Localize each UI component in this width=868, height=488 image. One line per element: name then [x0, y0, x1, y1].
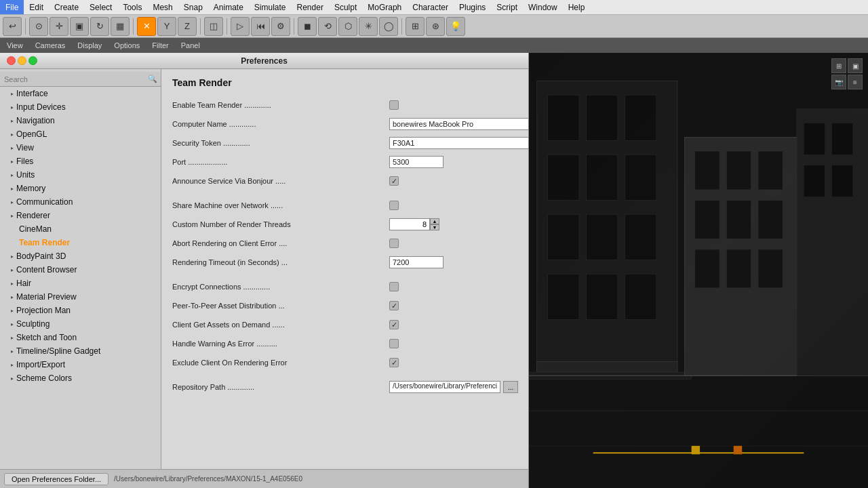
menu-item-window[interactable]: Window	[523, 0, 563, 14]
menu-item-mograph[interactable]: MoGraph	[362, 0, 407, 14]
menu-item-sculpt[interactable]: Sculpt	[329, 0, 362, 14]
checkbox-client-get-assets-on-demand[interactable]	[389, 320, 399, 329]
svg-rect-6	[586, 155, 618, 200]
spinner-down[interactable]: ▼	[430, 224, 439, 230]
menu-item-help[interactable]: Help	[563, 0, 591, 14]
sidebar-item-timeline/spline-gadget[interactable]: ▸Timeline/Spline Gadget	[0, 344, 161, 358]
checkbox-announce-service-via-bonjour[interactable]	[389, 176, 399, 186]
grid-btn[interactable]: ⊞	[406, 17, 425, 36]
object-btn[interactable]: ▣	[70, 17, 89, 36]
maximize-button[interactable]	[28, 56, 37, 65]
menu-item-mesh[interactable]: Mesh	[147, 0, 178, 14]
sidebar-item-projection-man[interactable]: ▸Projection Man	[0, 304, 161, 317]
checkbox-enable-team-render[interactable]	[389, 100, 399, 110]
spinner-input[interactable]	[389, 218, 430, 230]
svg-rect-3	[586, 95, 618, 140]
display-menu[interactable]: Display	[75, 41, 104, 49]
menu-item-animate[interactable]: Animate	[208, 0, 249, 14]
sidebar-item-memory[interactable]: ▸Memory	[0, 182, 161, 195]
loop-btn[interactable]: ⟲	[318, 17, 337, 36]
sidebar-item-content-browser[interactable]: ▸Content Browser	[0, 263, 161, 277]
cameras-menu[interactable]: Cameras	[33, 41, 68, 49]
sidebar-item-team-render[interactable]: Team Render	[0, 236, 161, 249]
viewport-camera-btn[interactable]: 📷	[831, 75, 846, 89]
checkbox-peer-to-peer-asset-distribution[interactable]	[389, 301, 399, 310]
z-axis-btn[interactable]: Z	[178, 17, 197, 36]
x-axis-btn[interactable]: ✕	[137, 17, 156, 36]
filter-menu[interactable]: Filter	[149, 41, 171, 49]
menu-item-character[interactable]: Character	[407, 0, 454, 14]
undo-btn[interactable]: ↩	[3, 17, 22, 36]
input-port[interactable]	[389, 156, 443, 168]
pref-row-client-get-assets-on-demand: Client Get Assets on Demand ......	[172, 317, 517, 332]
menu-item-create[interactable]: Create	[49, 0, 84, 14]
sidebar-item-navigation[interactable]: ▸Navigation	[0, 114, 161, 127]
rotate-btn[interactable]: ↻	[90, 17, 109, 36]
sidebar-item-opengl[interactable]: ▸OpenGL	[0, 127, 161, 141]
minimize-button[interactable]	[18, 56, 26, 65]
sidebar-item-communication[interactable]: ▸Communication	[0, 195, 161, 209]
sidebar-item-bodypaint-3d[interactable]: ▸BodyPaint 3D	[0, 249, 161, 263]
checkbox-abort-rendering-on-client-error[interactable]	[389, 239, 399, 248]
sidebar-item-hair[interactable]: ▸Hair	[0, 277, 161, 290]
viewport-option-btn[interactable]: ≡	[848, 75, 863, 89]
svg-rect-24	[726, 249, 751, 288]
checkbox-share-machine-over-network[interactable]	[389, 201, 399, 210]
sidebar-item-files[interactable]: ▸Files	[0, 155, 161, 168]
lattice-btn[interactable]: ⬡	[338, 17, 357, 36]
sidebar-item-interface[interactable]: ▸Interface	[0, 87, 161, 100]
open-preferences-folder-button[interactable]: Open Preferences Folder...	[4, 473, 108, 485]
checkbox-exclude-client-on-rendering-error[interactable]	[389, 358, 399, 367]
close-button[interactable]	[7, 56, 16, 65]
view-menu[interactable]: View	[4, 41, 26, 49]
y-axis-btn[interactable]: Y	[157, 17, 176, 36]
play-btn[interactable]: ▷	[231, 17, 250, 36]
options-menu[interactable]: Options	[111, 41, 142, 49]
move-btn[interactable]: ⊙	[29, 17, 48, 36]
menu-item-select[interactable]: Select	[84, 0, 117, 14]
menu-item-render[interactable]: Render	[292, 0, 329, 14]
settings-btn[interactable]: ⚙	[271, 17, 290, 36]
add-btn[interactable]: ✛	[50, 17, 68, 36]
symmetry-btn[interactable]: ✳	[359, 17, 378, 36]
sidebar-item-scheme-colors[interactable]: ▸Scheme Colors	[0, 371, 161, 385]
sidebar-item-cineman[interactable]: CineMan	[0, 222, 161, 236]
menu-item-file[interactable]: File	[0, 0, 24, 14]
sidebar-item-material-preview[interactable]: ▸Material Preview	[0, 290, 161, 304]
scene-btn[interactable]: ▦	[111, 17, 130, 36]
sidebar-item-view[interactable]: ▸View	[0, 141, 161, 155]
menu-item-simulate[interactable]: Simulate	[249, 0, 292, 14]
panel-menu[interactable]: Panel	[178, 41, 203, 49]
object-mode-btn[interactable]: ◫	[204, 17, 223, 36]
menu-item-edit[interactable]: Edit	[24, 0, 49, 14]
sidebar-item-units[interactable]: ▸Units	[0, 168, 161, 182]
viewport-shading-btn[interactable]: ▣	[848, 58, 863, 73]
input-rendering-timeout-(in-seconds)[interactable]	[389, 256, 443, 268]
sidebar-item-input-devices[interactable]: ▸Input Devices	[0, 100, 161, 114]
search-input[interactable]	[4, 75, 148, 83]
smooth-btn[interactable]: ⊛	[426, 17, 445, 36]
pref-row-rendering-timeout-(in-seconds): Rendering Timeout (in Seconds) ...	[172, 255, 517, 270]
viewport-3d[interactable]: ⊞ ▣ 📷 ≡	[529, 53, 868, 488]
sidebar-item-import/export[interactable]: ▸Import/Export	[0, 358, 161, 371]
checkbox-encrypt-connections[interactable]	[389, 282, 399, 291]
sidebar-item-sculpting[interactable]: ▸Sculpting	[0, 317, 161, 331]
menu-item-script[interactable]: Script	[491, 0, 523, 14]
light-btn[interactable]: 💡	[446, 17, 465, 36]
sidebar-item-renderer[interactable]: ▸Renderer	[0, 209, 161, 222]
menu-item-plugins[interactable]: Plugins	[454, 0, 491, 14]
spinner-up[interactable]: ▲	[430, 218, 439, 224]
sidebar-item-sketch-and-toon[interactable]: ▸Sketch and Toon	[0, 331, 161, 344]
menu-item-snap[interactable]: Snap	[178, 0, 208, 14]
input-computer-name[interactable]	[389, 118, 528, 130]
viewport-layout-btn[interactable]: ⊞	[831, 58, 846, 73]
rewind-btn[interactable]: ⏮	[251, 17, 270, 36]
folder-browse-button[interactable]: ...	[503, 381, 518, 393]
cube-btn[interactable]: ◼	[298, 17, 317, 36]
menu-item-tools[interactable]: Tools	[117, 0, 147, 14]
circle-btn[interactable]: ◯	[379, 17, 398, 36]
folder-path-input[interactable]: /Users/bonewire/Library/Preferenci	[389, 381, 500, 393]
pref-control	[389, 358, 517, 367]
input-security-token[interactable]	[389, 137, 528, 149]
checkbox-handle-warning-as-error[interactable]	[389, 339, 399, 348]
